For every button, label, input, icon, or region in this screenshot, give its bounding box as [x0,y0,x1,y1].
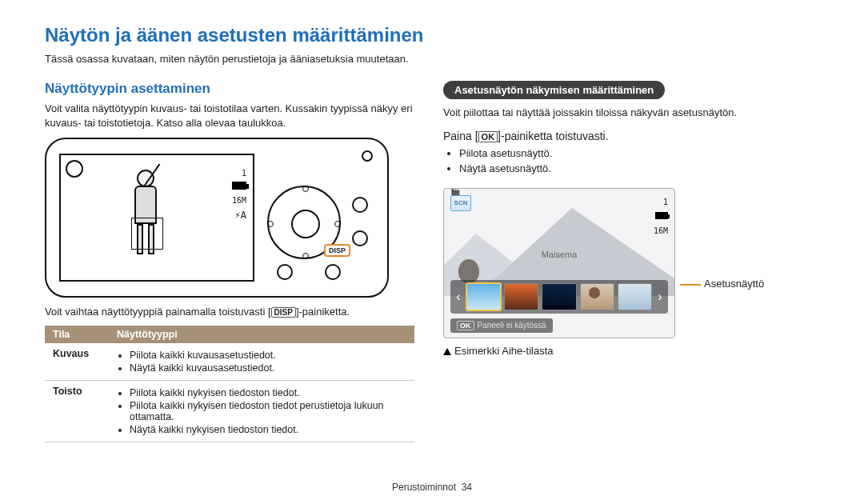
right-bullet: Piilota asetusnäyttö. [459,146,819,162]
instr-after: ]-painiketta toistuvasti. [498,130,609,142]
callout-line [680,284,701,286]
scene-label: Maisema [444,250,674,259]
table-row: Kuvaus Piilota kaikki kuvausasetustiedot… [45,343,414,381]
table-header-mode: Tila [45,326,109,343]
preview-wrap: 🎬 SCN Maisema 1 16M ‹ [443,188,819,338]
caption-before: Voit vaihtaa näyttötyyppiä painamalla to… [45,306,271,318]
caption-after: ]-painiketta. [296,306,350,318]
page-title: Näytön ja äänen asetusten määrittäminen [45,24,819,46]
chevron-right-icon: › [655,290,665,304]
focus-frame-icon [131,218,163,250]
table-item: Näytä kaikki kuvausasetustiedot. [130,362,406,374]
right-pill-heading: Asetusnäytön näkymisen määrittäminen [443,81,665,99]
camera-caption: Voit vaihtaa näyttötyyppiä painamalla to… [45,306,414,318]
settings-preview: 🎬 SCN Maisema 1 16M ‹ [443,188,675,338]
instr-before: Paina [ [443,130,478,142]
chevron-left-icon: ‹ [454,290,463,304]
display-type-table: Tila Näyttötyyppi Kuvaus Piilota kaikki … [45,326,414,442]
table-item: Piilota kaikki kuvausasetustiedot. [130,350,406,361]
left-column: Näyttötyypin asettaminen Voit valita näy… [45,81,414,442]
table-item: Piilota kaikki nykyisen tiedoston tiedot… [130,387,406,398]
mode-cell: Toisto [45,381,109,442]
footer-section: Perustoiminnot [392,482,456,493]
thumbnail-strip: ‹ › [450,280,668,314]
page-footer: Perustoiminnot 34 [0,482,864,493]
example-text: Esimerkki Aihe-tilasta [454,345,554,357]
thumbnail [504,283,538,310]
lcd-info-overlay: 1 16M ⚡A [232,166,246,223]
power-led-icon [362,150,373,162]
side-button-icon [352,197,368,213]
table-header-type: Näyttötyyppi [109,326,414,343]
left-heading: Näyttötyypin asettaminen [45,81,414,97]
disp-callout-chip: DISP [324,244,350,257]
dpad: DISP [267,186,341,259]
battery-icon [655,212,668,219]
example-note: Esimerkki Aihe-tilasta [443,345,819,357]
thumbnail [466,283,501,310]
ok-bar: OKPaneeli ei käytössä [450,318,553,333]
mode-cell: Kuvaus [45,343,109,381]
camera-lcd: 1 16M ⚡A [59,154,254,282]
thumbnail [542,283,576,310]
side-button-icon [352,230,368,246]
table-item: Näytä kaikki nykyisen tiedoston tiedot. [130,424,406,435]
thumbnail [618,283,652,310]
battery-icon [232,182,246,190]
flash-icon: ⚡A [232,207,246,223]
table-row: Toisto Piilota kaikki nykyisen tiedoston… [45,381,414,442]
dpad-center [291,210,320,238]
table-item: Piilota kaikki nykyisen tiedoston tiedot… [130,400,406,422]
shot-count: 1 [232,166,246,180]
preview-info-overlay: 1 16M [654,195,668,238]
disp-chip-inline: DISP [271,307,296,318]
resolution-label: 16M [232,194,246,207]
shot-count: 1 [654,195,668,210]
intro-text: Tässä osassa kuvataan, miten näytön peru… [45,53,819,65]
ok-chip-inline: OK [478,131,498,142]
callout-label: Asetusnäyttö [704,278,764,290]
ok-chip: OK [457,321,474,330]
camera-illustration: 1 16M ⚡A [45,138,414,298]
resolution-label: 16M [654,224,668,238]
right-bullet: Näytä asetusnäyttö. [459,161,819,177]
side-button-icon [277,264,293,280]
scn-chip: SCN [450,195,471,211]
right-paragraph: Voit piilottaa tai näyttää joissakin til… [443,106,819,120]
right-column: Asetusnäytön näkymisen määrittäminen Voi… [443,81,819,442]
thumbnail [580,283,614,310]
side-button-icon [325,264,341,280]
ok-bar-text: Paneeli ei käytössä [478,321,546,330]
left-paragraph: Voit valita näyttötyypin kuvaus- tai toi… [45,102,414,130]
footer-page: 34 [462,482,472,493]
right-instruction: Paina [OK]-painiketta toistuvasti. [443,130,819,142]
triangle-up-icon [443,348,451,355]
globe-icon [66,160,83,178]
